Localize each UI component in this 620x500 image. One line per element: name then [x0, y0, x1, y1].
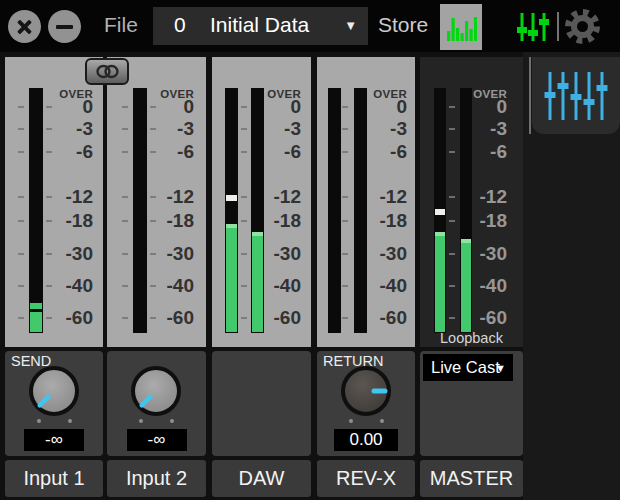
meter-tick: [46, 151, 52, 153]
title-bar: File 0 Initial Data ▼ Store: [0, 0, 620, 52]
knob-min-dot: [37, 419, 41, 423]
link-icon: [94, 63, 121, 80]
meter-scale-label: -60: [66, 308, 93, 327]
knob-min-dot: [349, 419, 353, 423]
meter-tick: [342, 106, 348, 108]
send-panel-input1: SEND -∞: [5, 351, 103, 456]
meter-tick: [122, 317, 128, 319]
level-meter-bar: [133, 88, 147, 333]
meter-scale-label: -18: [66, 211, 93, 230]
level-meter-bar: [354, 88, 367, 333]
meter-tick: [46, 106, 52, 108]
meter-scale-label: -12: [66, 187, 93, 206]
meter-tick: [342, 196, 348, 198]
meter-tick: [18, 253, 24, 255]
meter-tick: [241, 196, 247, 198]
meter-tick: [342, 285, 348, 287]
titlebar-separator: [557, 12, 559, 41]
return-value[interactable]: 0.00: [334, 429, 398, 451]
meter-panel-input1: OVER0-3-6-12-18-30-40-60: [5, 57, 103, 347]
meter-tick: [241, 128, 247, 130]
preset-number: 0: [174, 13, 186, 37]
meter-tick: [46, 196, 52, 198]
meter-scale-label: -40: [66, 276, 93, 295]
send-knob-input2[interactable]: [129, 364, 183, 422]
meter-tick: [122, 196, 128, 198]
level-meter-bar: [434, 88, 446, 333]
view-tab-column: [523, 52, 620, 500]
level-meter-bar: [225, 88, 238, 333]
meter-tick: [122, 106, 128, 108]
minimize-button[interactable]: [48, 10, 81, 43]
meter-tick: [46, 253, 52, 255]
meter-tick: [18, 151, 24, 153]
meter-scale-label: 0: [183, 97, 194, 116]
faders-icon: [515, 10, 551, 44]
meter-tick: [122, 253, 128, 255]
send-value-input1[interactable]: -∞: [24, 429, 84, 451]
file-label: File: [104, 13, 138, 37]
meter-tick: [122, 151, 128, 153]
meter-tick: [150, 285, 156, 287]
meter-scale-label: -12: [167, 187, 194, 206]
meter-scale-label: 0: [82, 97, 93, 116]
meter-tick: [150, 253, 156, 255]
meter-panel-input2: OVER0-3-6-12-18-30-40-60: [107, 57, 206, 347]
level-meter-bar: [251, 88, 264, 333]
livecast-select[interactable]: Live Cast ▼: [423, 354, 513, 381]
meter-scale-label: -60: [480, 308, 507, 327]
meter-scale-label: -30: [66, 244, 93, 263]
store-button[interactable]: Store: [378, 13, 428, 37]
knob-max-dot: [68, 419, 72, 423]
close-icon: [16, 18, 33, 35]
meter-tick: [241, 317, 247, 319]
meter-tick: [241, 220, 247, 222]
knob-max-dot: [380, 419, 384, 423]
meter-scale-label: -40: [274, 276, 301, 295]
preset-name: Initial Data: [210, 13, 309, 37]
send-knob-input1[interactable]: [27, 364, 81, 422]
meter-tick: [449, 196, 455, 198]
close-button[interactable]: [8, 10, 41, 43]
send-value-input2[interactable]: -∞: [127, 429, 187, 451]
meter-scale-label: -12: [380, 187, 407, 206]
meter-tick: [46, 285, 52, 287]
meter-tick: [241, 106, 247, 108]
meter-view-button[interactable]: [440, 4, 482, 50]
meter-tick: [46, 317, 52, 319]
meter-tick: [342, 317, 348, 319]
send-panel-input2: -∞: [107, 351, 206, 456]
meter-tick: [449, 128, 455, 130]
meter-tick: [449, 151, 455, 153]
stereo-link-button[interactable]: [85, 58, 129, 85]
minimize-icon: [56, 25, 73, 29]
knob-panel-daw: [212, 351, 311, 456]
meter-scale-label: -3: [177, 119, 194, 138]
mixer-view-button[interactable]: [514, 8, 552, 46]
meter-tick: [241, 151, 247, 153]
meter-scale-label: -6: [490, 142, 507, 161]
meter-scale-label: -40: [480, 276, 507, 295]
meter-scale-label: -40: [380, 276, 407, 295]
meter-tick: [122, 285, 128, 287]
chevron-down-icon: ▼: [495, 362, 506, 374]
meter-tick: [449, 253, 455, 255]
meter-panel-revx: OVER0-3-6-12-18-30-40-60: [317, 57, 415, 347]
meter-scale-label: -18: [167, 211, 194, 230]
level-meter-bar: [29, 88, 43, 333]
meter-tick: [342, 253, 348, 255]
meter-scale-label: -60: [380, 308, 407, 327]
meter-panel-daw: OVER0-3-6-12-18-30-40-60: [212, 57, 311, 347]
meter-tick: [449, 106, 455, 108]
mixer-tab[interactable]: [532, 57, 620, 134]
meter-tick: [18, 196, 24, 198]
meter-tick: [18, 128, 24, 130]
meter-tick: [46, 220, 52, 222]
channel-label-daw: DAW: [212, 460, 311, 497]
tab-separator: [529, 57, 531, 134]
preset-dropdown[interactable]: 0 Initial Data ▼: [153, 7, 368, 45]
return-knob[interactable]: [339, 364, 393, 422]
meter-scale-label: -3: [284, 119, 301, 138]
level-meter-bar: [328, 88, 341, 333]
settings-button[interactable]: [562, 6, 603, 47]
